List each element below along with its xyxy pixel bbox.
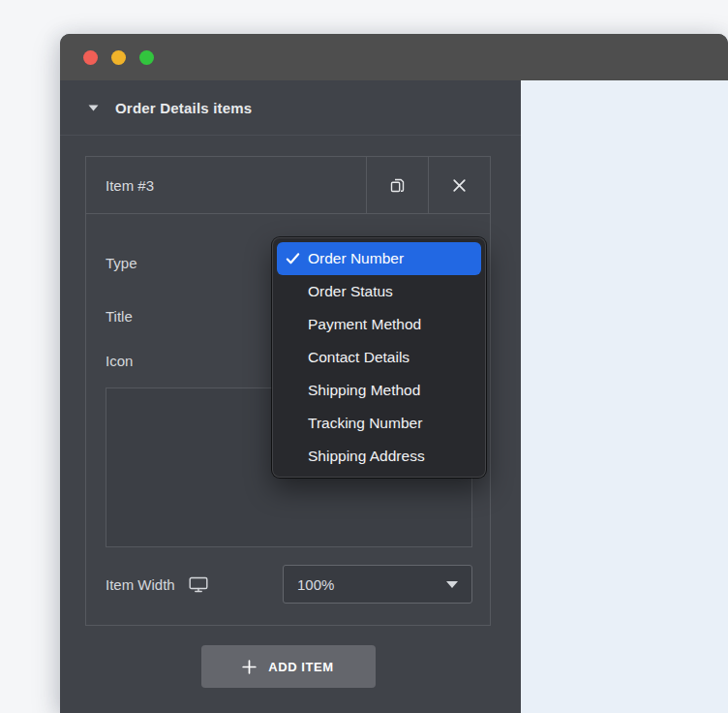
zoom-window-button[interactable] <box>139 50 154 65</box>
item-width-selected-value: 100% <box>297 576 334 593</box>
chevron-down-icon <box>88 105 99 111</box>
repeater-item-header: Item #3 <box>86 157 490 214</box>
menu-item[interactable]: Contact Details <box>277 341 481 374</box>
window-titlebar <box>60 34 728 80</box>
menu-item-label: Payment Method <box>308 316 421 333</box>
plus-icon <box>242 660 257 674</box>
close-window-button[interactable] <box>83 50 98 65</box>
menu-item[interactable]: Payment Method <box>277 308 481 341</box>
repeater-item-title: Item #3 <box>106 177 154 194</box>
menu-item[interactable]: Order Number <box>277 242 481 275</box>
desktop-monitor-icon[interactable] <box>189 576 208 593</box>
type-dropdown-menu: Order NumberOrder StatusPayment MethodCo… <box>272 237 486 478</box>
menu-item[interactable]: Shipping Address <box>277 440 481 473</box>
close-icon <box>452 178 467 193</box>
add-item-label: ADD ITEM <box>268 660 334 674</box>
screenshot-stage: Order Details items Item #3 <box>0 0 728 713</box>
item-width-select[interactable]: 100% <box>283 565 472 604</box>
icon-field-label: Icon <box>106 353 133 369</box>
add-item-area: ADD ITEM <box>85 645 491 688</box>
menu-item-label: Order Number <box>308 250 404 267</box>
title-field-label: Title <box>106 308 133 325</box>
section-header-order-details-items[interactable]: Order Details items <box>60 80 521 136</box>
traffic-lights <box>83 50 154 65</box>
menu-item[interactable]: Order Status <box>277 275 481 308</box>
select-caret-down-icon <box>446 581 458 588</box>
remove-item-button[interactable] <box>428 157 490 213</box>
copy-icon <box>388 176 407 195</box>
minimize-window-button[interactable] <box>111 50 126 65</box>
add-item-button[interactable]: ADD ITEM <box>201 645 376 688</box>
type-field-label: Type <box>106 255 137 271</box>
repeater-item-toggle[interactable]: Item #3 <box>86 157 366 213</box>
item-width-label: Item Width <box>106 576 175 593</box>
checkmark-icon <box>286 253 300 265</box>
duplicate-item-button[interactable] <box>366 157 428 213</box>
menu-item-label: Shipping Method <box>308 382 420 399</box>
editor-canvas[interactable] <box>521 80 728 713</box>
section-title: Order Details items <box>115 100 252 116</box>
menu-item-label: Tracking Number <box>308 415 422 432</box>
menu-item[interactable]: Tracking Number <box>277 407 481 440</box>
menu-item-label: Contact Details <box>308 349 410 366</box>
menu-item-label: Shipping Address <box>308 448 425 465</box>
item-width-row: Item Width 100% <box>106 565 472 604</box>
menu-item[interactable]: Shipping Method <box>277 374 481 407</box>
menu-item-label: Order Status <box>308 283 393 300</box>
